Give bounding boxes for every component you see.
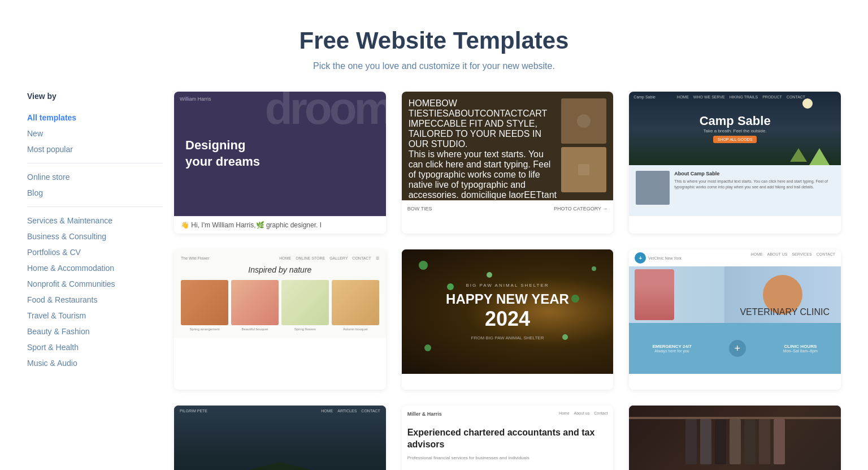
- t2-nav: HOMEBOW TIESTIESABOUTCONTACTCART: [409, 98, 557, 119]
- t9-hanger-1: [685, 419, 697, 464]
- svg-point-0: [577, 114, 591, 128]
- sidebar-item-sport[interactable]: Sport & Health: [27, 339, 163, 355]
- sidebar-item-nonprofit[interactable]: Nonprofit & Communities: [27, 276, 163, 292]
- sidebar-item-all[interactable]: All templates: [27, 110, 163, 126]
- t4-label-3: Spring flowers: [281, 327, 329, 331]
- t6-plus-icon: +: [729, 340, 746, 357]
- t9-hanger-2: [700, 419, 711, 464]
- t6-hours-title: CLINIC HOURS: [783, 344, 818, 349]
- t8-logo: Miller & Harris: [407, 411, 442, 417]
- t8-subtext: Professional financial services for busi…: [407, 455, 608, 460]
- t2-left: HOMEBOW TIESTIESABOUTCONTACTCART IMPECCA…: [409, 98, 557, 193]
- t1-nav: William Harris: [180, 96, 211, 102]
- sidebar-item-home[interactable]: Home & Accommodation: [27, 260, 163, 276]
- t6-hours: CLINIC HOURS Mon–Sat 8am–8pm: [783, 344, 818, 353]
- template-card-miller-harris[interactable]: Miller & Harris HomeAbout usContact Expe…: [402, 406, 614, 470]
- template-card-pilgrim-pete[interactable]: PILGRIM PETE HOMEARTICLESCONTACT: [174, 406, 386, 470]
- template-card-william-harris[interactable]: droom William Harris Designingyour dream…: [174, 92, 386, 234]
- sidebar-item-popular[interactable]: Most popular: [27, 141, 163, 157]
- sidebar-item-new[interactable]: New: [27, 126, 163, 141]
- t6-emergency: EMERGENCY 24/7 Always here for you: [652, 344, 691, 353]
- sidebar-item-store[interactable]: Online store: [27, 169, 163, 185]
- t3-tagline: Take a breath. Feel the outside.: [704, 128, 767, 133]
- template-card-ab-fashion[interactable]: a&b fashion.: [629, 406, 841, 470]
- sidebar-item-business[interactable]: Business & Consulting: [27, 228, 163, 244]
- t3-hero: Camp Sable HOMEWHO WE SERVEHIKING TRAILS…: [629, 92, 841, 165]
- t6-badge: +: [635, 252, 646, 264]
- t3-tents: [790, 148, 830, 165]
- t4-flower-2: [231, 280, 279, 325]
- t3-about: About Camp Sable This is where your most…: [629, 165, 841, 216]
- t6-clinic-label: VETERINARY CLINIC: [740, 307, 830, 317]
- template-preview-5: BIG PAW ANIMAL SHELTER HAPPY NEW YEAR 20…: [402, 249, 614, 374]
- t4-title: Inspired by nature: [181, 265, 379, 274]
- page-header: Free Website Templates Pick the one you …: [0, 0, 868, 92]
- t3-about-img: [636, 171, 670, 205]
- t4-flowers: [181, 280, 379, 325]
- sidebar-item-travel[interactable]: Travel & Tourism: [27, 308, 163, 324]
- t5-happy: HAPPY NEW YEAR: [446, 291, 569, 307]
- t7-bg: [174, 406, 386, 470]
- t9-hanger-6: [759, 419, 770, 464]
- t3-title: Camp Sable: [700, 114, 771, 128]
- page-subtitle: Pick the one you love and customize it f…: [11, 61, 857, 71]
- t7-nav: PILGRIM PETE HOMEARTICLESCONTACT: [174, 409, 386, 413]
- template-card-wild-flower[interactable]: The Wild Flower HOMEONLINE STOREGALLERYC…: [174, 249, 386, 390]
- t2-bottom-link: PHOTO CATEGORY →: [554, 206, 607, 212]
- svg-rect-1: [578, 164, 589, 175]
- t5-year: 2024: [446, 307, 569, 331]
- t2-body: This is where your text starts. You can …: [409, 149, 557, 210]
- t6-emergency-title: EMERGENCY 24/7: [652, 344, 691, 349]
- t5-from: FROM BIG PAW ANIMAL SHELTER: [446, 335, 569, 340]
- t3-about-text: About Camp Sable This is where your most…: [674, 171, 834, 210]
- t6-clinic-name: VETERINARY CLINIC: [740, 307, 830, 317]
- sidebar-item-music[interactable]: Music & Audio: [27, 355, 163, 371]
- t3-about-body: This is where your most impactful text s…: [674, 179, 834, 190]
- t2-img-bottom: [561, 147, 606, 192]
- t1-bottom-text: 👋 Hi, I'm William Harris,🌿 graphic desig…: [181, 221, 379, 229]
- t9-hanger-7: [774, 419, 785, 464]
- t6-person: [635, 269, 674, 320]
- t9-hanger-4: [730, 419, 741, 464]
- t9-rack: [629, 406, 841, 470]
- sidebar-item-beauty[interactable]: Beauty & Fashion: [27, 324, 163, 339]
- templates-grid: droom William Harris Designingyour dream…: [174, 92, 841, 470]
- t4-flower-4: [332, 280, 379, 325]
- template-preview-3: Camp Sable HOMEWHO WE SERVEHIKING TRAILS…: [629, 92, 841, 216]
- template-card-camp-sable[interactable]: Camp Sable HOMEWHO WE SERVEHIKING TRAILS…: [629, 92, 841, 234]
- sidebar-item-portfolios[interactable]: Portfolios & CV: [27, 244, 163, 260]
- t2-title: IMPECCABLE FIT AND STYLE, TAILORED TO YO…: [409, 119, 557, 149]
- t3-cta[interactable]: SHOP ALL GOODS: [713, 136, 757, 143]
- sidebar-item-services[interactable]: Services & Maintenance: [27, 213, 163, 228]
- t5-bottom: [402, 374, 614, 390]
- template-card-big-paw[interactable]: BIG PAW ANIMAL SHELTER HAPPY NEW YEAR 20…: [402, 249, 614, 390]
- t8-nav: Miller & Harris HomeAbout usContact: [407, 411, 608, 417]
- t2-links: BOW TIES →TIES →: [409, 210, 557, 216]
- t6-emergency-val: Always here for you: [652, 349, 691, 353]
- page-title: Free Website Templates: [11, 27, 857, 54]
- t4-labels: Spring arrangement Beautiful bouquet Spr…: [181, 327, 379, 331]
- sidebar-item-blog[interactable]: Blog: [27, 185, 163, 201]
- template-info-1: 👋 Hi, I'm William Harris,🌿 graphic desig…: [174, 216, 386, 234]
- template-preview-4: The Wild Flower HOMEONLINE STOREGALLERYC…: [174, 249, 386, 338]
- template-preview-7: PILGRIM PETE HOMEARTICLESCONTACT: [174, 406, 386, 470]
- template-preview-8: Miller & Harris HomeAbout usContact Expe…: [402, 406, 614, 470]
- t4-label-4: Autumn bouquet: [332, 327, 379, 331]
- t8-headline: Experienced chartered accountants and ta…: [407, 427, 608, 451]
- t9-hanger-5: [744, 419, 756, 464]
- template-preview-1: droom William Harris Designingyour dream…: [174, 92, 386, 216]
- t2-right: [561, 98, 606, 193]
- t6-hero: VETERINARY CLINIC: [629, 266, 841, 323]
- template-card-vetclinic[interactable]: + VetClinic New York HOMEABOUT USSERVICE…: [629, 249, 841, 390]
- t1-bg-text: droom: [265, 92, 386, 131]
- t6-bottom: EMERGENCY 24/7 Always here for you + CLI…: [629, 323, 841, 374]
- t4-preview: The Wild Flower HOMEONLINE STOREGALLERYC…: [174, 249, 386, 338]
- t8-hero: Experienced chartered accountants and ta…: [407, 422, 608, 465]
- t3-about-title: About Camp Sable: [674, 171, 834, 176]
- t4-label-2: Beautiful bouquet: [231, 327, 279, 331]
- template-card-massimo[interactable]: HOMEBOW TIESTIESABOUTCONTACTCART IMPECCA…: [402, 92, 614, 234]
- t2-bottom-label: BOW TIES: [407, 206, 432, 212]
- sidebar: View by All templates New Most popular O…: [27, 92, 174, 470]
- template-preview-2: HOMEBOW TIESTIESABOUTCONTACTCART IMPECCA…: [402, 92, 614, 216]
- sidebar-item-food[interactable]: Food & Restaurants: [27, 292, 163, 308]
